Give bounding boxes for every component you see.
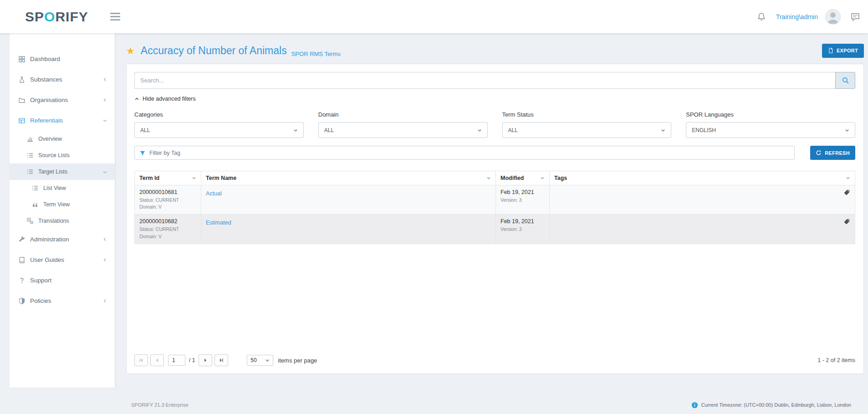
sidebar-item-label: Referentials — [30, 117, 63, 124]
sidebar-item-label: List View — [43, 185, 66, 191]
quote-icon — [31, 201, 39, 208]
sidebar-item-referentials[interactable]: Referentials — [10, 110, 115, 131]
search-button[interactable] — [835, 72, 855, 89]
sidebar-item-label: Organisations — [30, 97, 68, 103]
first-page-button[interactable] — [134, 354, 148, 366]
timezone-label: Current Timezone: (UTC+00:00) Dublin, Ed… — [701, 402, 851, 408]
sidebar-item-list-view[interactable]: List View — [10, 180, 115, 196]
term-domain: Domain: V — [139, 233, 196, 240]
filter-label: Domain — [318, 111, 488, 118]
topbar-right: Training\admin — [757, 9, 860, 25]
tag-icon[interactable] — [843, 218, 850, 225]
tags-cell — [550, 215, 855, 244]
favorite-star-icon[interactable]: ★ — [126, 46, 135, 56]
sort-chevron-icon[interactable] — [846, 176, 850, 180]
translate-icon — [26, 217, 34, 225]
term-status-select[interactable]: ALL — [502, 122, 672, 138]
list-icon — [26, 152, 34, 159]
page-subtitle: SPOR RMS Terms — [291, 51, 341, 60]
page-title: Accuracy of Number of Animals — [141, 45, 287, 57]
sidebar-item-overview[interactable]: Overview — [10, 131, 115, 147]
export-button[interactable]: EXPORT — [822, 44, 864, 58]
column-header-modified[interactable]: Modified — [496, 171, 550, 185]
product-version-label: SPORIFY 21.3 Enterprise — [131, 402, 189, 408]
sort-chevron-icon[interactable] — [192, 176, 196, 180]
refresh-button[interactable]: REFRESH — [810, 146, 855, 160]
table-row: 200000010681 Status: CURRENT Domain: V A… — [135, 185, 855, 215]
filter-funnel-icon — [139, 150, 146, 156]
sidebar-item-term-view[interactable]: Term View — [10, 196, 115, 213]
chevron-down-icon — [102, 118, 107, 123]
sidebar-item-organisations[interactable]: Organisations — [10, 90, 115, 110]
chevron-down-icon — [477, 128, 482, 133]
feedback-comment-icon[interactable] — [851, 12, 860, 21]
page-number-input[interactable] — [168, 355, 185, 366]
term-id-cell: 200000010681 Status: CURRENT Domain: V — [135, 185, 201, 215]
sidebar-item-user-guides[interactable]: User Guides — [10, 250, 115, 270]
refresh-button-label: REFRESH — [825, 150, 850, 156]
filter-by-tag-input[interactable] — [149, 150, 790, 156]
sidebar-item-policies[interactable]: Policies — [10, 291, 115, 311]
sidebar-item-label: Support — [30, 277, 51, 284]
sidebar-item-label: Target Lists — [38, 169, 67, 175]
column-header-term-name[interactable]: Term Name — [201, 171, 496, 185]
sidebar-item-substances[interactable]: Substances — [10, 69, 115, 90]
term-name-cell: Estimated — [201, 215, 496, 244]
column-label: Tags — [554, 175, 567, 181]
sidebar-item-support[interactable]: Support — [10, 270, 115, 291]
filter-spor-languages: SPOR Languages ENGLISH — [686, 111, 855, 138]
app-logo[interactable]: SPORIFY — [25, 9, 88, 25]
domain-select[interactable]: ALL — [318, 122, 488, 138]
list-icon — [26, 168, 34, 175]
column-label: Modified — [500, 175, 524, 181]
term-status: Status: CURRENT — [139, 197, 196, 204]
column-label: Term Name — [206, 175, 236, 181]
column-header-tags[interactable]: Tags — [550, 171, 855, 185]
tag-filter-wrap — [134, 146, 795, 160]
sort-chevron-icon[interactable] — [540, 176, 545, 180]
spor-languages-select[interactable]: ENGLISH — [686, 122, 855, 138]
filter-label: SPOR Languages — [686, 111, 855, 118]
sidebar-item-label: Policies — [30, 297, 51, 304]
filter-label: Term Status — [502, 111, 672, 118]
user-menu[interactable]: Training\admin — [776, 13, 818, 20]
menu-toggle-icon[interactable] — [110, 11, 120, 22]
chevron-left-icon — [102, 257, 107, 262]
sidebar-item-translations[interactable]: Translations — [10, 213, 115, 229]
chevron-down-icon — [661, 128, 665, 133]
sidebar-item-administration[interactable]: Administration — [10, 229, 115, 250]
previous-page-button[interactable] — [150, 354, 164, 366]
sidebar-item-dashboard[interactable]: Dashboard — [10, 49, 115, 69]
hide-advanced-filters-toggle[interactable]: Hide advanced filters — [134, 96, 196, 102]
sidebar-item-source-lists[interactable]: Source Lists — [10, 147, 115, 164]
search-input[interactable] — [134, 72, 835, 89]
next-page-button[interactable] — [199, 354, 212, 366]
chevron-up-icon — [134, 97, 139, 102]
page-total-label: / 1 — [189, 357, 195, 363]
search-row — [134, 72, 855, 89]
modified-cell: Feb 19, 2021 Version: 3 — [496, 185, 550, 215]
term-name-link[interactable]: Actual — [206, 190, 222, 197]
table-row: 200000010682 Status: CURRENT Domain: V E… — [135, 215, 855, 244]
sort-chevron-icon[interactable] — [486, 176, 491, 180]
logo-text-2: RIFY — [55, 9, 88, 24]
page-size-value: 50 — [250, 357, 256, 363]
sidebar-item-label: Term View — [43, 201, 70, 208]
last-page-button[interactable] — [214, 354, 228, 366]
avatar[interactable] — [825, 9, 841, 25]
column-label: Term Id — [139, 175, 159, 181]
term-name-link[interactable]: Estimated — [206, 220, 231, 226]
sidebar-item-target-lists[interactable]: Target Lists — [10, 164, 115, 180]
column-header-term-id[interactable]: Term Id — [135, 171, 201, 185]
tag-icon[interactable] — [843, 189, 850, 196]
page-size-select[interactable]: 50 — [247, 355, 273, 366]
categories-select[interactable]: ALL — [134, 122, 304, 138]
top-bar: SPORIFY Training\admin — [0, 0, 868, 33]
filter-domain: Domain ALL — [318, 111, 488, 138]
hide-filters-label: Hide advanced filters — [143, 96, 196, 102]
domain-select-value: ALL — [324, 127, 334, 133]
shield-icon — [18, 297, 26, 305]
notifications-bell-icon[interactable] — [757, 12, 766, 21]
term-status-select-value: ALL — [508, 127, 518, 133]
main-content: ★ Accuracy of Number of Animals SPOR RMS… — [115, 33, 868, 414]
